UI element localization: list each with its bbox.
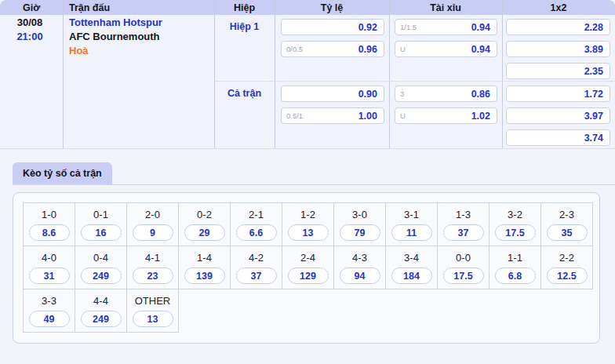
- score-cell: 3-217.5: [489, 203, 541, 246]
- score-odds-button[interactable]: 9: [133, 224, 173, 241]
- score-label: 3-2: [508, 209, 522, 220]
- table-bottom-border: [0, 148, 615, 149]
- score-cell: 0-017.5: [438, 246, 489, 289]
- score-label: 4-0: [42, 252, 56, 264]
- score-cell: 1-337: [438, 203, 489, 246]
- score-odds-button[interactable]: 16: [81, 224, 122, 241]
- 1x2-draw-odds-button[interactable]: 3.97: [506, 107, 610, 124]
- score-label: 1-1: [508, 252, 522, 264]
- score-odds-button[interactable]: 12.5: [547, 268, 588, 284]
- odds-value: 0.92: [358, 22, 377, 33]
- 1x2-draw-odds-button[interactable]: 3.89: [506, 41, 610, 57]
- score-cell: 4-4249: [75, 289, 127, 333]
- score-odds-button[interactable]: 13: [133, 311, 173, 327]
- score-label: 0-0: [456, 252, 471, 264]
- score-cell: 4-394: [334, 246, 386, 289]
- overunder-odds-button[interactable]: U 1.02: [395, 107, 497, 124]
- score-odds-button[interactable]: 249: [81, 311, 122, 327]
- score-odds-button[interactable]: 49: [29, 311, 70, 327]
- score-odds-button[interactable]: 249: [81, 268, 122, 284]
- score-grid-row: 1-08.60-1162-090-2292-16.61-2133-0793-11…: [24, 203, 593, 246]
- score-odds-button[interactable]: 94: [340, 268, 380, 284]
- score-cell: 2-335: [541, 203, 593, 246]
- score-odds-button[interactable]: 31: [29, 268, 70, 284]
- match-time: 21:00: [0, 30, 60, 44]
- score-label: 2-2: [559, 252, 574, 264]
- score-odds-button[interactable]: 139: [184, 268, 225, 284]
- score-cell: 3-111: [386, 203, 438, 246]
- handicap-odds-button[interactable]: 0/0.5 0.96: [281, 41, 384, 57]
- score-odds-button[interactable]: 6.6: [236, 224, 277, 241]
- score-cell: 0-116: [75, 203, 127, 246]
- score-odds-button[interactable]: 13: [288, 224, 329, 241]
- score-label: 1-2: [300, 209, 315, 220]
- score-label: 4-3: [352, 252, 367, 264]
- score-odds-button[interactable]: 17.5: [443, 268, 484, 284]
- column-divider: [389, 0, 390, 148]
- overunder-line-label: U: [400, 45, 406, 53]
- odds-value: 2.35: [584, 66, 603, 77]
- score-label: 4-4: [93, 295, 108, 307]
- score-label: 2-4: [300, 252, 315, 264]
- 1x2-away-odds-button[interactable]: 2.35: [506, 63, 610, 79]
- score-cell: 3-4184: [386, 246, 438, 289]
- handicap-odds-button[interactable]: 0.90: [281, 86, 384, 102]
- score-label: 1-3: [456, 209, 471, 220]
- column-divider: [63, 0, 64, 148]
- odds-value: 3.74: [584, 133, 603, 144]
- column-header-handicap: Tỷ lệ: [275, 0, 389, 15]
- score-grid-row: 3-3494-4249OTHER13: [24, 289, 593, 333]
- score-odds-button[interactable]: 35: [547, 224, 588, 241]
- score-odds-button[interactable]: 129: [288, 268, 329, 284]
- odds-value: 1.72: [584, 89, 603, 100]
- score-cell: 1-08.6: [24, 203, 75, 246]
- overunder-line-label: 1/1.5: [400, 23, 417, 31]
- score-cell: 1-4139: [179, 246, 231, 289]
- score-label: 2-3: [559, 209, 574, 220]
- tab-correct-score[interactable]: Kèo tỷ số cả trận: [13, 162, 112, 184]
- score-cell: 2-09: [127, 203, 179, 246]
- score-odds-button[interactable]: 6.8: [495, 268, 536, 284]
- score-label: 4-2: [249, 252, 264, 264]
- score-odds-button[interactable]: 37: [443, 224, 484, 241]
- overunder-odds-button[interactable]: U 0.94: [395, 41, 497, 57]
- score-odds-button[interactable]: 11: [391, 224, 432, 241]
- score-odds-button[interactable]: 184: [391, 268, 432, 284]
- score-label: 0-1: [93, 209, 108, 220]
- score-cell: 1-213: [282, 203, 334, 246]
- draw-label: Hoà: [69, 44, 89, 58]
- handicap-odds-button[interactable]: 0.92: [281, 19, 384, 35]
- score-odds-button[interactable]: 23: [133, 268, 173, 284]
- score-label: 1-0: [42, 209, 56, 220]
- odds-value: 1.02: [471, 111, 490, 122]
- score-label: 0-2: [197, 209, 212, 220]
- home-team-link[interactable]: Tottenham Hotspur: [69, 16, 162, 30]
- score-odds-button[interactable]: 17.5: [495, 224, 536, 241]
- 1x2-home-odds-button[interactable]: 1.72: [506, 86, 610, 102]
- 1x2-home-odds-button[interactable]: 2.28: [506, 19, 610, 35]
- betting-odds-page: Giờ Trận đấu Hiệp Tỷ lệ Tài xỉu 1x2 30/0…: [0, 0, 615, 364]
- score-label: 2-1: [249, 209, 264, 220]
- overunder-odds-button[interactable]: 3 0.86: [395, 86, 497, 102]
- score-cell: OTHER13: [127, 289, 179, 333]
- column-header-period: Hiệp: [214, 0, 275, 15]
- correct-score-panel: 1-08.60-1162-090-2292-16.61-2133-0793-11…: [13, 192, 600, 344]
- score-odds-button[interactable]: 8.6: [29, 224, 70, 241]
- score-odds-button[interactable]: 29: [184, 224, 225, 241]
- score-label: 4-1: [145, 252, 160, 264]
- odds-value: 1.00: [358, 111, 377, 122]
- score-cell: 2-212.5: [541, 246, 593, 289]
- score-odds-button[interactable]: 79: [340, 224, 380, 241]
- score-grid: 1-08.60-1162-090-2292-16.61-2133-0793-11…: [23, 202, 593, 333]
- 1x2-away-odds-button[interactable]: 3.74: [506, 129, 610, 146]
- match-odds-table: Giờ Trận đấu Hiệp Tỷ lệ Tài xỉu 1x2 30/0…: [0, 0, 615, 149]
- column-header-1x2: 1x2: [502, 0, 615, 15]
- overunder-odds-button[interactable]: 1/1.5 0.94: [395, 19, 497, 35]
- column-divider: [502, 0, 503, 148]
- handicap-odds-button[interactable]: 0.5/1 1.00: [281, 107, 384, 124]
- score-cell: 2-4129: [282, 246, 334, 289]
- odds-value: 3.97: [584, 111, 603, 122]
- score-odds-button[interactable]: 37: [236, 268, 277, 284]
- odds-value: 0.96: [358, 44, 377, 55]
- score-cell: 4-237: [231, 246, 282, 289]
